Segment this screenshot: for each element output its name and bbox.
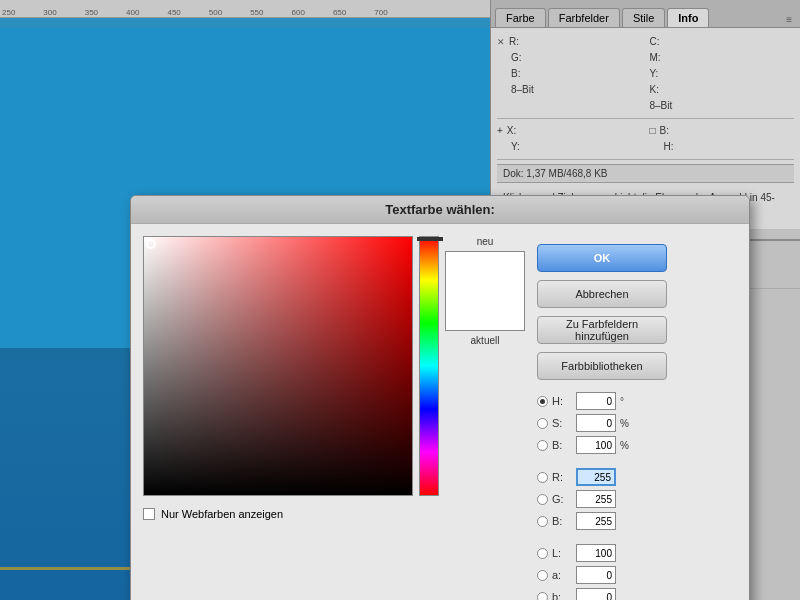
preview-new-label: neu [477,236,494,247]
bchannel-radio[interactable] [537,516,548,527]
bchannel-input[interactable] [576,512,616,530]
r-radio[interactable] [537,472,548,483]
s-input-row: S: % [537,414,667,432]
h-input-row: H: ° [537,392,667,410]
dialog-overlay: Textfarbe wählen: [0,0,800,600]
h-input[interactable] [576,392,616,410]
h-radio[interactable] [537,396,548,407]
l-input-row: L: [537,544,667,562]
add-to-swatches-button[interactable]: Zu Farbfeldern hinzufügen [537,316,667,344]
cancel-button[interactable]: Abbrechen [537,280,667,308]
ok-button[interactable]: OK [537,244,667,272]
color-picker-dialog: Textfarbe wählen: [130,195,750,600]
b-unit: % [620,440,634,451]
dialog-body: neu aktuell Nur Webfarben anzeigen [131,224,749,600]
hue-strip[interactable] [419,236,439,496]
webcolor-row: Nur Webfarben anzeigen [143,508,525,520]
l-input[interactable] [576,544,616,562]
b-input-row: B: % [537,436,667,454]
webcolor-label: Nur Webfarben anzeigen [161,508,283,520]
g-input-label: G: [552,493,572,505]
blab-input-row: b: [537,588,667,600]
color-libraries-button[interactable]: Farbbibliotheken [537,352,667,380]
color-picker-left: neu aktuell Nur Webfarben anzeigen [143,236,525,600]
webcolor-checkbox[interactable] [143,508,155,520]
r-input-label: R: [552,471,572,483]
g-input[interactable] [576,490,616,508]
s-input[interactable] [576,414,616,432]
a-radio[interactable] [537,570,548,581]
b-input-label: B: [552,439,572,451]
b-input[interactable] [576,436,616,454]
r-input[interactable] [576,468,616,486]
dialog-right: OK Abbrechen Zu Farbfeldern hinzufügen F… [537,236,667,600]
rgb-inputs: R: G: B: [537,468,667,534]
g-input-row: G: [537,490,667,508]
l-radio[interactable] [537,548,548,559]
lab-inputs: L: a: b: [537,544,667,600]
s-unit: % [620,418,634,429]
a-input-label: a: [552,569,572,581]
dialog-titlebar: Textfarbe wählen: [131,196,749,224]
h-input-label: H: [552,395,572,407]
blab-input[interactable] [576,588,616,600]
a-input[interactable] [576,566,616,584]
gradient-cursor [146,239,156,249]
preview-new-color [446,252,524,291]
preview-boxes [445,251,525,331]
bchannel-input-row: B: [537,512,667,530]
a-input-row: a: [537,566,667,584]
hue-strip-container [419,236,439,496]
s-input-label: S: [552,417,572,429]
blab-radio[interactable] [537,592,548,601]
dialog-title: Textfarbe wählen: [385,202,495,217]
preview-current-color [446,291,524,330]
r-input-row: R: [537,468,667,486]
s-radio[interactable] [537,418,548,429]
h-unit: ° [620,396,634,407]
color-gradient[interactable] [143,236,413,496]
preview-current-label: aktuell [471,335,500,346]
dialog-buttons: OK Abbrechen Zu Farbfeldern hinzufügen F… [537,236,667,388]
b-radio[interactable] [537,440,548,451]
g-radio[interactable] [537,494,548,505]
bchannel-input-label: B: [552,515,572,527]
hue-cursor [417,237,443,241]
hsb-inputs: H: ° S: % B: % [537,392,667,458]
l-input-label: L: [552,547,572,559]
blab-input-label: b: [552,591,572,600]
